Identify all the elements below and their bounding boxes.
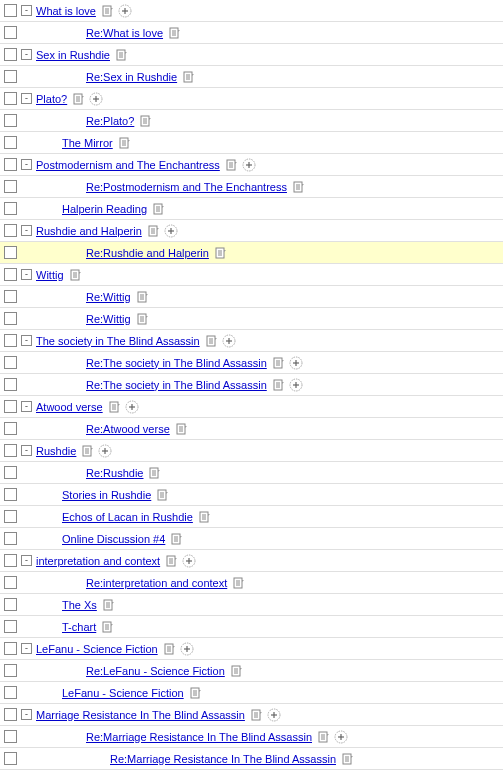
select-checkbox[interactable] bbox=[4, 356, 17, 369]
document-icon[interactable] bbox=[157, 489, 169, 501]
thread-title-link[interactable]: Halperin Reading bbox=[62, 203, 147, 215]
document-icon[interactable] bbox=[199, 511, 211, 523]
thread-title-link[interactable]: Rushdie bbox=[36, 445, 76, 457]
add-icon[interactable] bbox=[89, 92, 103, 106]
thread-title-link[interactable]: The Xs bbox=[62, 599, 97, 611]
select-checkbox[interactable] bbox=[4, 488, 17, 501]
thread-title-link[interactable]: Atwood verse bbox=[36, 401, 103, 413]
thread-title-link[interactable]: Re:Plato? bbox=[86, 115, 134, 127]
select-checkbox[interactable] bbox=[4, 708, 17, 721]
add-icon[interactable] bbox=[118, 4, 132, 18]
add-icon[interactable] bbox=[182, 554, 196, 568]
document-icon[interactable] bbox=[153, 203, 165, 215]
collapse-icon[interactable]: - bbox=[21, 555, 32, 566]
document-icon[interactable] bbox=[233, 577, 245, 589]
collapse-icon[interactable]: - bbox=[21, 5, 32, 16]
select-checkbox[interactable] bbox=[4, 202, 17, 215]
select-checkbox[interactable] bbox=[4, 466, 17, 479]
document-icon[interactable] bbox=[116, 49, 128, 61]
document-icon[interactable] bbox=[342, 753, 354, 765]
add-icon[interactable] bbox=[125, 400, 139, 414]
document-icon[interactable] bbox=[137, 313, 149, 325]
select-checkbox[interactable] bbox=[4, 378, 17, 391]
add-icon[interactable] bbox=[180, 642, 194, 656]
thread-title-link[interactable]: Re:Wittig bbox=[86, 313, 131, 325]
thread-title-link[interactable]: Re:Sex in Rushdie bbox=[86, 71, 177, 83]
add-icon[interactable] bbox=[164, 224, 178, 238]
document-icon[interactable] bbox=[231, 665, 243, 677]
thread-title-link[interactable]: Re:Marriage Resistance In The Blind Assa… bbox=[86, 731, 312, 743]
document-icon[interactable] bbox=[176, 423, 188, 435]
select-checkbox[interactable] bbox=[4, 268, 17, 281]
document-icon[interactable] bbox=[251, 709, 263, 721]
thread-title-link[interactable]: Stories in Rushdie bbox=[62, 489, 151, 501]
thread-title-link[interactable]: The society in The Blind Assassin bbox=[36, 335, 200, 347]
document-icon[interactable] bbox=[137, 291, 149, 303]
thread-title-link[interactable]: Marriage Resistance In The Blind Assassi… bbox=[36, 709, 245, 721]
thread-title-link[interactable]: Postmodernism and The Enchantress bbox=[36, 159, 220, 171]
collapse-icon[interactable]: - bbox=[21, 445, 32, 456]
document-icon[interactable] bbox=[183, 71, 195, 83]
collapse-icon[interactable]: - bbox=[21, 709, 32, 720]
collapse-icon[interactable]: - bbox=[21, 93, 32, 104]
document-icon[interactable] bbox=[109, 401, 121, 413]
add-icon[interactable] bbox=[222, 334, 236, 348]
select-checkbox[interactable] bbox=[4, 4, 17, 17]
thread-title-link[interactable]: Sex in Rushdie bbox=[36, 49, 110, 61]
select-checkbox[interactable] bbox=[4, 290, 17, 303]
select-checkbox[interactable] bbox=[4, 642, 17, 655]
select-checkbox[interactable] bbox=[4, 598, 17, 611]
thread-title-link[interactable]: Re:interpretation and context bbox=[86, 577, 227, 589]
thread-title-link[interactable]: Re:Atwood verse bbox=[86, 423, 170, 435]
thread-title-link[interactable]: Re:Rushdie and Halperin bbox=[86, 247, 209, 259]
add-icon[interactable] bbox=[289, 378, 303, 392]
document-icon[interactable] bbox=[119, 137, 131, 149]
select-checkbox[interactable] bbox=[4, 664, 17, 677]
thread-title-link[interactable]: interpretation and context bbox=[36, 555, 160, 567]
document-icon[interactable] bbox=[73, 93, 85, 105]
thread-title-link[interactable]: Re:Postmodernism and The Enchantress bbox=[86, 181, 287, 193]
thread-title-link[interactable]: Echos of Lacan in Rushdie bbox=[62, 511, 193, 523]
collapse-icon[interactable]: - bbox=[21, 643, 32, 654]
select-checkbox[interactable] bbox=[4, 620, 17, 633]
document-icon[interactable] bbox=[70, 269, 82, 281]
select-checkbox[interactable] bbox=[4, 136, 17, 149]
document-icon[interactable] bbox=[102, 5, 114, 17]
thread-title-link[interactable]: The Mirror bbox=[62, 137, 113, 149]
select-checkbox[interactable] bbox=[4, 510, 17, 523]
document-icon[interactable] bbox=[140, 115, 152, 127]
document-icon[interactable] bbox=[318, 731, 330, 743]
collapse-icon[interactable]: - bbox=[21, 49, 32, 60]
collapse-icon[interactable]: - bbox=[21, 401, 32, 412]
thread-title-link[interactable]: Re:LeFanu - Science Fiction bbox=[86, 665, 225, 677]
thread-title-link[interactable]: Wittig bbox=[36, 269, 64, 281]
thread-title-link[interactable]: Rushdie and Halperin bbox=[36, 225, 142, 237]
add-icon[interactable] bbox=[98, 444, 112, 458]
select-checkbox[interactable] bbox=[4, 246, 17, 259]
document-icon[interactable] bbox=[171, 533, 183, 545]
thread-title-link[interactable]: Online Discussion #4 bbox=[62, 533, 165, 545]
add-icon[interactable] bbox=[334, 730, 348, 744]
add-icon[interactable] bbox=[242, 158, 256, 172]
select-checkbox[interactable] bbox=[4, 686, 17, 699]
select-checkbox[interactable] bbox=[4, 532, 17, 545]
document-icon[interactable] bbox=[206, 335, 218, 347]
thread-title-link[interactable]: Re:The society in The Blind Assassin bbox=[86, 357, 267, 369]
add-icon[interactable] bbox=[289, 356, 303, 370]
select-checkbox[interactable] bbox=[4, 752, 17, 765]
thread-title-link[interactable]: T-chart bbox=[62, 621, 96, 633]
thread-title-link[interactable]: Re:Rushdie bbox=[86, 467, 143, 479]
document-icon[interactable] bbox=[148, 225, 160, 237]
document-icon[interactable] bbox=[166, 555, 178, 567]
collapse-icon[interactable]: - bbox=[21, 159, 32, 170]
document-icon[interactable] bbox=[169, 27, 181, 39]
document-icon[interactable] bbox=[82, 445, 94, 457]
add-icon[interactable] bbox=[267, 708, 281, 722]
select-checkbox[interactable] bbox=[4, 576, 17, 589]
thread-title-link[interactable]: Re:Marriage Resistance In The Blind Assa… bbox=[110, 753, 336, 765]
document-icon[interactable] bbox=[273, 379, 285, 391]
select-checkbox[interactable] bbox=[4, 400, 17, 413]
document-icon[interactable] bbox=[164, 643, 176, 655]
select-checkbox[interactable] bbox=[4, 312, 17, 325]
document-icon[interactable] bbox=[149, 467, 161, 479]
